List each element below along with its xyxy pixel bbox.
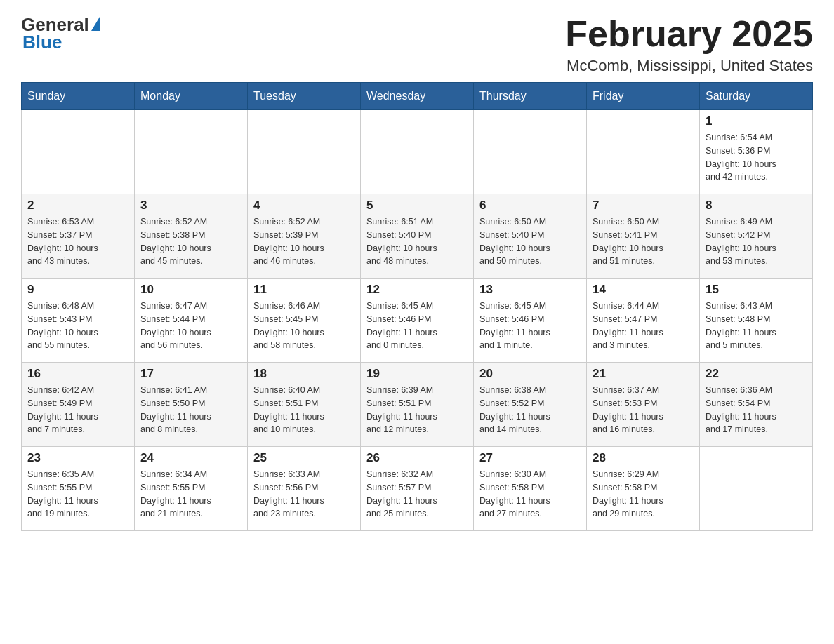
calendar-cell: 14Sunrise: 6:44 AMSunset: 5:47 PMDayligh… bbox=[587, 279, 700, 363]
calendar-cell bbox=[587, 110, 700, 194]
day-number: 9 bbox=[27, 283, 128, 297]
calendar-cell: 21Sunrise: 6:37 AMSunset: 5:53 PMDayligh… bbox=[587, 363, 700, 447]
logo-blue-text: Blue bbox=[22, 32, 62, 53]
page-header: General Blue February 2025 McComb, Missi… bbox=[21, 14, 813, 75]
day-number: 19 bbox=[366, 367, 468, 381]
weekday-header-friday: Friday bbox=[587, 83, 700, 110]
day-info: Sunrise: 6:50 AMSunset: 5:40 PMDaylight:… bbox=[479, 215, 581, 268]
week-row-3: 9Sunrise: 6:48 AMSunset: 5:43 PMDaylight… bbox=[22, 279, 813, 363]
day-info: Sunrise: 6:41 AMSunset: 5:50 PMDaylight:… bbox=[140, 384, 241, 436]
day-info: Sunrise: 6:38 AMSunset: 5:52 PMDaylight:… bbox=[479, 384, 581, 436]
day-number: 24 bbox=[140, 451, 241, 465]
calendar-cell: 18Sunrise: 6:40 AMSunset: 5:51 PMDayligh… bbox=[248, 363, 361, 447]
day-info: Sunrise: 6:44 AMSunset: 5:47 PMDaylight:… bbox=[593, 300, 694, 352]
day-number: 2 bbox=[27, 199, 128, 213]
day-number: 23 bbox=[27, 451, 128, 465]
calendar-cell: 20Sunrise: 6:38 AMSunset: 5:52 PMDayligh… bbox=[474, 363, 587, 447]
day-info: Sunrise: 6:47 AMSunset: 5:44 PMDaylight:… bbox=[140, 300, 241, 352]
day-number: 6 bbox=[479, 199, 581, 213]
day-number: 16 bbox=[27, 367, 128, 381]
day-info: Sunrise: 6:52 AMSunset: 5:38 PMDaylight:… bbox=[140, 215, 241, 268]
day-number: 1 bbox=[706, 114, 807, 128]
day-number: 18 bbox=[253, 367, 355, 381]
day-number: 25 bbox=[253, 451, 355, 465]
weekday-header-thursday: Thursday bbox=[474, 83, 587, 110]
calendar-cell: 2Sunrise: 6:53 AMSunset: 5:37 PMDaylight… bbox=[22, 194, 135, 279]
day-number: 11 bbox=[253, 283, 355, 297]
calendar-cell: 12Sunrise: 6:45 AMSunset: 5:46 PMDayligh… bbox=[361, 279, 474, 363]
calendar-cell: 22Sunrise: 6:36 AMSunset: 5:54 PMDayligh… bbox=[700, 363, 813, 447]
day-info: Sunrise: 6:37 AMSunset: 5:53 PMDaylight:… bbox=[593, 384, 694, 436]
calendar-cell: 16Sunrise: 6:42 AMSunset: 5:49 PMDayligh… bbox=[22, 363, 135, 447]
day-number: 3 bbox=[140, 199, 241, 213]
calendar-cell bbox=[700, 447, 813, 531]
day-number: 17 bbox=[140, 367, 241, 381]
week-row-2: 2Sunrise: 6:53 AMSunset: 5:37 PMDaylight… bbox=[22, 194, 813, 279]
day-number: 4 bbox=[253, 199, 355, 213]
calendar-cell: 7Sunrise: 6:50 AMSunset: 5:41 PMDaylight… bbox=[587, 194, 700, 279]
day-info: Sunrise: 6:53 AMSunset: 5:37 PMDaylight:… bbox=[27, 215, 128, 268]
calendar-cell: 24Sunrise: 6:34 AMSunset: 5:55 PMDayligh… bbox=[135, 447, 248, 531]
day-number: 22 bbox=[706, 367, 807, 381]
logo: General Blue bbox=[21, 14, 100, 53]
day-number: 26 bbox=[366, 451, 468, 465]
day-info: Sunrise: 6:46 AMSunset: 5:45 PMDaylight:… bbox=[253, 300, 355, 352]
calendar-cell: 5Sunrise: 6:51 AMSunset: 5:40 PMDaylight… bbox=[361, 194, 474, 279]
day-info: Sunrise: 6:45 AMSunset: 5:46 PMDaylight:… bbox=[479, 300, 581, 352]
day-info: Sunrise: 6:52 AMSunset: 5:39 PMDaylight:… bbox=[253, 215, 355, 268]
day-number: 13 bbox=[479, 283, 581, 297]
week-row-4: 16Sunrise: 6:42 AMSunset: 5:49 PMDayligh… bbox=[22, 363, 813, 447]
location-subtitle: McComb, Mississippi, United States bbox=[565, 57, 813, 75]
day-number: 8 bbox=[706, 199, 807, 213]
calendar-cell bbox=[22, 110, 135, 194]
day-number: 7 bbox=[593, 199, 694, 213]
day-number: 27 bbox=[479, 451, 581, 465]
day-info: Sunrise: 6:42 AMSunset: 5:49 PMDaylight:… bbox=[27, 384, 128, 436]
calendar-cell: 4Sunrise: 6:52 AMSunset: 5:39 PMDaylight… bbox=[248, 194, 361, 279]
calendar-cell: 15Sunrise: 6:43 AMSunset: 5:48 PMDayligh… bbox=[700, 279, 813, 363]
calendar-cell: 19Sunrise: 6:39 AMSunset: 5:51 PMDayligh… bbox=[361, 363, 474, 447]
calendar-cell: 27Sunrise: 6:30 AMSunset: 5:58 PMDayligh… bbox=[474, 447, 587, 531]
day-info: Sunrise: 6:36 AMSunset: 5:54 PMDaylight:… bbox=[706, 384, 807, 436]
day-info: Sunrise: 6:35 AMSunset: 5:55 PMDaylight:… bbox=[27, 468, 128, 521]
calendar-cell bbox=[248, 110, 361, 194]
calendar-cell: 9Sunrise: 6:48 AMSunset: 5:43 PMDaylight… bbox=[22, 279, 135, 363]
calendar-cell bbox=[474, 110, 587, 194]
day-number: 12 bbox=[366, 283, 468, 297]
weekday-header-row: SundayMondayTuesdayWednesdayThursdayFrid… bbox=[22, 83, 813, 110]
week-row-5: 23Sunrise: 6:35 AMSunset: 5:55 PMDayligh… bbox=[22, 447, 813, 531]
day-info: Sunrise: 6:34 AMSunset: 5:55 PMDaylight:… bbox=[140, 468, 241, 521]
day-number: 20 bbox=[479, 367, 581, 381]
day-number: 10 bbox=[140, 283, 241, 297]
calendar-cell: 26Sunrise: 6:32 AMSunset: 5:57 PMDayligh… bbox=[361, 447, 474, 531]
weekday-header-saturday: Saturday bbox=[700, 83, 813, 110]
weekday-header-wednesday: Wednesday bbox=[361, 83, 474, 110]
calendar-cell: 17Sunrise: 6:41 AMSunset: 5:50 PMDayligh… bbox=[135, 363, 248, 447]
day-info: Sunrise: 6:39 AMSunset: 5:51 PMDaylight:… bbox=[366, 384, 468, 436]
day-info: Sunrise: 6:51 AMSunset: 5:40 PMDaylight:… bbox=[366, 215, 468, 268]
calendar-cell bbox=[361, 110, 474, 194]
day-number: 5 bbox=[366, 199, 468, 213]
calendar-cell: 11Sunrise: 6:46 AMSunset: 5:45 PMDayligh… bbox=[248, 279, 361, 363]
weekday-header-tuesday: Tuesday bbox=[248, 83, 361, 110]
week-row-1: 1Sunrise: 6:54 AMSunset: 5:36 PMDaylight… bbox=[22, 110, 813, 194]
day-info: Sunrise: 6:49 AMSunset: 5:42 PMDaylight:… bbox=[706, 215, 807, 268]
calendar-cell: 10Sunrise: 6:47 AMSunset: 5:44 PMDayligh… bbox=[135, 279, 248, 363]
day-info: Sunrise: 6:54 AMSunset: 5:36 PMDaylight:… bbox=[706, 131, 807, 184]
day-number: 28 bbox=[593, 451, 694, 465]
day-info: Sunrise: 6:50 AMSunset: 5:41 PMDaylight:… bbox=[593, 215, 694, 268]
month-year-title: February 2025 bbox=[565, 14, 813, 54]
day-info: Sunrise: 6:30 AMSunset: 5:58 PMDaylight:… bbox=[479, 468, 581, 521]
weekday-header-monday: Monday bbox=[135, 83, 248, 110]
day-info: Sunrise: 6:29 AMSunset: 5:58 PMDaylight:… bbox=[593, 468, 694, 521]
day-info: Sunrise: 6:48 AMSunset: 5:43 PMDaylight:… bbox=[27, 300, 128, 352]
calendar-title-area: February 2025 McComb, Mississippi, Unite… bbox=[565, 14, 813, 75]
calendar-cell: 6Sunrise: 6:50 AMSunset: 5:40 PMDaylight… bbox=[474, 194, 587, 279]
day-number: 21 bbox=[593, 367, 694, 381]
day-info: Sunrise: 6:43 AMSunset: 5:48 PMDaylight:… bbox=[706, 300, 807, 352]
calendar-table: SundayMondayTuesdayWednesdayThursdayFrid… bbox=[21, 82, 813, 531]
day-info: Sunrise: 6:40 AMSunset: 5:51 PMDaylight:… bbox=[253, 384, 355, 436]
calendar-cell: 23Sunrise: 6:35 AMSunset: 5:55 PMDayligh… bbox=[22, 447, 135, 531]
calendar-cell: 25Sunrise: 6:33 AMSunset: 5:56 PMDayligh… bbox=[248, 447, 361, 531]
day-info: Sunrise: 6:33 AMSunset: 5:56 PMDaylight:… bbox=[253, 468, 355, 521]
